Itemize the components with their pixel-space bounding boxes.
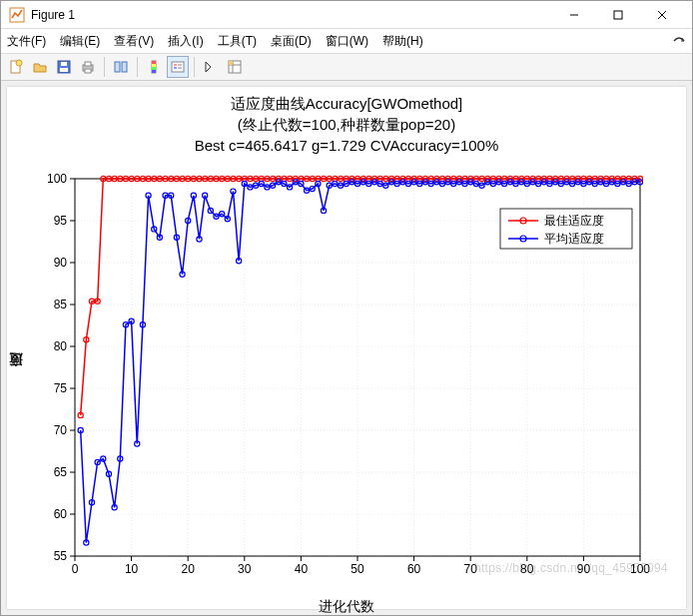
svg-text:95: 95 <box>54 214 68 228</box>
insert-legend-icon[interactable] <box>167 56 189 78</box>
svg-point-6 <box>16 60 22 66</box>
svg-rect-16 <box>152 61 156 64</box>
menu-desktop[interactable]: 桌面(D) <box>271 33 312 50</box>
matlab-figure-icon <box>9 7 25 23</box>
chart-title-line3: Best c=465.6417 g=1.729 CVAccuracy=100% <box>7 135 686 156</box>
svg-rect-12 <box>85 69 91 73</box>
svg-text:75: 75 <box>54 381 68 395</box>
save-icon[interactable] <box>53 56 75 78</box>
svg-rect-17 <box>152 64 156 67</box>
svg-text:0: 0 <box>72 562 79 576</box>
svg-text:70: 70 <box>54 423 68 437</box>
menu-file[interactable]: 文件(F) <box>7 33 46 50</box>
svg-text:60: 60 <box>407 562 421 576</box>
plot-wrapper: 适应度曲线Accuracy[GWOmethod] (终止代数=100,种群数量p… <box>7 87 686 609</box>
toolbar-separator <box>137 57 138 77</box>
window-buttons <box>552 1 684 29</box>
link-axes-icon[interactable] <box>110 56 132 78</box>
menu-view[interactable]: 查看(V) <box>114 33 154 50</box>
svg-text:90: 90 <box>54 256 68 270</box>
svg-rect-14 <box>122 62 127 72</box>
new-figure-icon[interactable] <box>5 56 27 78</box>
chart-title-line1: 适应度曲线Accuracy[GWOmethod] <box>7 93 686 114</box>
svg-rect-8 <box>60 68 68 72</box>
figure-area: 适应度曲线Accuracy[GWOmethod] (终止代数=100,种群数量p… <box>1 81 692 615</box>
svg-text:20: 20 <box>182 562 196 576</box>
menu-edit[interactable]: 编辑(E) <box>60 33 100 50</box>
svg-text:30: 30 <box>238 562 252 576</box>
menu-tools[interactable]: 工具(T) <box>218 33 257 50</box>
menu-insert[interactable]: 插入(I) <box>168 33 203 50</box>
x-axis-label: 进化代数 <box>7 598 686 616</box>
toolbar-separator <box>194 57 195 77</box>
svg-text:10: 10 <box>125 562 139 576</box>
watermark: https://blog.csdn.net/qq_45955094 <box>474 561 668 575</box>
svg-text:100: 100 <box>47 173 67 186</box>
chart[interactable]: 0102030405060708090100556065707580859095… <box>29 173 650 584</box>
svg-text:最佳适应度: 最佳适应度 <box>544 214 604 228</box>
chart-title-block: 适应度曲线Accuracy[GWOmethod] (终止代数=100,种群数量p… <box>7 87 686 156</box>
window-title: Figure 1 <box>31 8 552 22</box>
svg-rect-2 <box>614 11 622 19</box>
titlebar: Figure 1 <box>1 1 692 29</box>
edit-plot-icon[interactable] <box>200 56 222 78</box>
svg-rect-18 <box>152 67 156 70</box>
svg-text:65: 65 <box>54 465 68 479</box>
svg-text:40: 40 <box>295 562 309 576</box>
svg-rect-28 <box>229 61 233 65</box>
toolbar <box>1 53 692 81</box>
svg-rect-11 <box>85 62 91 66</box>
toolbar-separator <box>104 57 105 77</box>
minimize-button[interactable] <box>552 1 596 29</box>
open-icon[interactable] <box>29 56 51 78</box>
insert-colorbar-icon[interactable] <box>143 56 165 78</box>
open-property-inspector-icon[interactable] <box>224 56 246 78</box>
print-icon[interactable] <box>77 56 99 78</box>
close-button[interactable] <box>640 1 684 29</box>
svg-rect-9 <box>61 62 67 66</box>
menubar: 文件(F) 编辑(E) 查看(V) 插入(I) 工具(T) 桌面(D) 窗口(W… <box>1 29 692 53</box>
svg-rect-20 <box>172 62 184 72</box>
svg-text:55: 55 <box>54 549 68 563</box>
svg-text:平均适应度: 平均适应度 <box>544 232 604 246</box>
figure-window: Figure 1 文件(F) 编辑(E) 查看(V) 插入(I) 工具(T) 桌… <box>0 0 693 616</box>
svg-text:50: 50 <box>350 562 364 576</box>
svg-text:80: 80 <box>54 339 68 353</box>
menu-window[interactable]: 窗口(W) <box>326 33 368 50</box>
svg-text:85: 85 <box>54 298 68 311</box>
svg-rect-13 <box>115 62 120 72</box>
toolbar-restore-icon[interactable] <box>672 33 686 50</box>
svg-rect-19 <box>152 70 156 73</box>
maximize-button[interactable] <box>596 1 640 29</box>
svg-text:60: 60 <box>54 507 68 521</box>
menu-help[interactable]: 帮助(H) <box>382 33 423 50</box>
chart-title-line2: (终止代数=100,种群数量pop=20) <box>7 114 686 135</box>
